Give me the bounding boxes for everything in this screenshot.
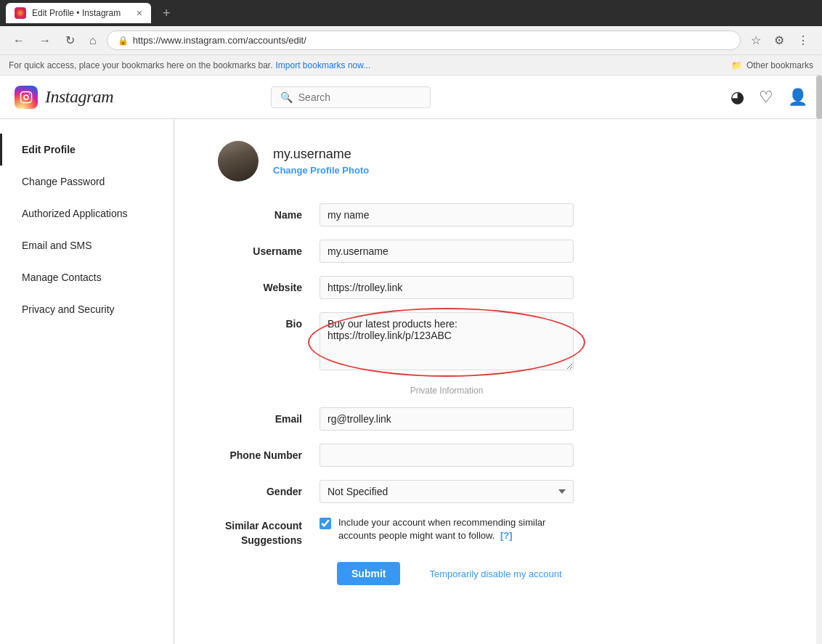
- ig-search-container: 🔍: [271, 86, 431, 108]
- profile-icon[interactable]: 👤: [788, 88, 807, 107]
- tab-close-button[interactable]: ×: [137, 7, 142, 19]
- new-tab-button[interactable]: +: [157, 6, 176, 21]
- instagram-app: Instagram 🔍 ◕ ♡ 👤 Edit Profile Change Pa…: [0, 76, 822, 644]
- profile-username: my.username: [273, 147, 369, 162]
- gender-label: Gender: [218, 480, 320, 497]
- submit-button[interactable]: Submit: [337, 562, 400, 585]
- similar-accounts-checkbox-wrap: Include your account when recommending s…: [320, 516, 574, 542]
- instagram-icon: [15, 86, 38, 109]
- phone-row: Phone Number: [218, 444, 778, 467]
- similar-accounts-checkbox[interactable]: [320, 518, 331, 529]
- home-button[interactable]: ⌂: [85, 31, 101, 50]
- sidebar-item-manage-contacts[interactable]: Manage Contacts: [0, 261, 174, 293]
- bio-input[interactable]: Buy our latest products here: https://tr…: [320, 312, 574, 370]
- sidebar-item-authorized-apps[interactable]: Authorized Applications: [0, 197, 174, 229]
- website-input[interactable]: [320, 276, 574, 299]
- name-input[interactable]: [320, 203, 574, 227]
- lock-icon: 🔒: [118, 36, 129, 46]
- tab-favicon: [15, 7, 26, 19]
- ig-logo-text: Instagram: [45, 87, 113, 107]
- username-row: Username: [218, 240, 778, 263]
- avatar-image: [218, 141, 259, 182]
- bookmarks-bar: For quick access, place your bookmarks h…: [0, 55, 822, 76]
- ig-main: Edit Profile Change Password Authorized …: [0, 119, 822, 644]
- name-row: Name: [218, 203, 778, 227]
- phone-label: Phone Number: [218, 444, 320, 461]
- other-bookmarks-label: Other bookmarks: [746, 60, 813, 70]
- change-photo-link[interactable]: Change Profile Photo: [273, 165, 369, 176]
- forward-button[interactable]: →: [35, 31, 55, 50]
- address-bar[interactable]: 🔒 https://www.instagram.com/accounts/edi…: [107, 30, 741, 50]
- url-text: https://www.instagram.com/accounts/edit/: [133, 35, 306, 46]
- reload-button[interactable]: ↻: [61, 30, 79, 50]
- gender-row: Gender Not Specified Male Female Prefer …: [218, 480, 778, 503]
- bookmarks-folder-icon: 📁: [731, 60, 742, 70]
- bio-row: Bio Buy our latest products here: https:…: [218, 312, 778, 372]
- back-button[interactable]: ←: [9, 31, 29, 50]
- toolbar-actions: ☆ ⚙ ⋮: [746, 30, 813, 50]
- extensions-button[interactable]: ⚙: [770, 30, 789, 50]
- ig-sidebar: Edit Profile Change Password Authorized …: [0, 119, 174, 644]
- svg-rect-0: [21, 91, 32, 102]
- sidebar-item-edit-profile[interactable]: Edit Profile: [0, 134, 174, 166]
- email-label: Email: [218, 407, 320, 425]
- bio-wrapper: Buy our latest products here: https://tr…: [320, 312, 574, 372]
- similar-accounts-row: Similar Account Suggestions Include your…: [218, 516, 778, 547]
- svg-point-2: [29, 93, 30, 94]
- private-info-label: Private Information: [320, 386, 574, 396]
- bookmarks-right: 📁 Other bookmarks: [731, 60, 813, 70]
- tab-title: Edit Profile • Instagram: [32, 8, 121, 18]
- gender-select[interactable]: Not Specified Male Female Prefer not to …: [320, 480, 574, 503]
- menu-button[interactable]: ⋮: [793, 30, 813, 50]
- sidebar-item-privacy-security[interactable]: Privacy and Security: [0, 293, 174, 325]
- ig-content: my.username Change Profile Photo Name Us…: [174, 119, 822, 644]
- scrollbar-thumb[interactable]: [816, 76, 822, 119]
- disable-account-link[interactable]: Temporarily disable my account: [429, 568, 561, 579]
- svg-point-1: [24, 95, 28, 99]
- bookmark-star-button[interactable]: ☆: [746, 30, 765, 50]
- similar-accounts-label: Similar Account Suggestions: [218, 516, 320, 547]
- browser-titlebar: Edit Profile • Instagram × +: [0, 0, 822, 26]
- sidebar-item-email-sms[interactable]: Email and SMS: [0, 229, 174, 261]
- search-input[interactable]: [298, 91, 421, 103]
- username-label: Username: [218, 240, 320, 257]
- avatar: [218, 141, 259, 182]
- bio-label: Bio: [218, 312, 320, 330]
- name-label: Name: [218, 203, 320, 221]
- similar-accounts-help-link[interactable]: [?]: [500, 530, 513, 541]
- website-row: Website: [218, 276, 778, 299]
- ig-logo-container: Instagram: [15, 86, 113, 109]
- browser-tab[interactable]: Edit Profile • Instagram ×: [6, 3, 151, 23]
- email-row: Email: [218, 407, 778, 431]
- sidebar-item-change-password[interactable]: Change Password: [0, 166, 174, 197]
- similar-accounts-content: Include your account when recommending s…: [320, 516, 574, 542]
- import-bookmarks-link[interactable]: Import bookmarks now...: [276, 60, 371, 70]
- compass-icon[interactable]: ◕: [731, 88, 744, 107]
- browser-toolbar: ← → ↻ ⌂ 🔒 https://www.instagram.com/acco…: [0, 26, 822, 55]
- profile-info: my.username Change Profile Photo: [273, 147, 369, 176]
- profile-header: my.username Change Profile Photo: [218, 141, 778, 182]
- heart-icon[interactable]: ♡: [759, 88, 773, 107]
- similar-accounts-text: Include your account when recommending s…: [338, 516, 574, 542]
- ig-header: Instagram 🔍 ◕ ♡ 👤: [0, 76, 822, 119]
- email-input[interactable]: [320, 407, 574, 431]
- phone-input[interactable]: [320, 444, 574, 467]
- scrollbar-track: [816, 76, 822, 644]
- website-label: Website: [218, 276, 320, 293]
- ig-nav-icons: ◕ ♡ 👤: [731, 88, 807, 107]
- username-input[interactable]: [320, 240, 574, 263]
- search-icon: 🔍: [280, 91, 293, 103]
- bookmarks-prompt: For quick access, place your bookmarks h…: [9, 60, 273, 70]
- submit-row: Submit Temporarily disable my account: [337, 562, 778, 585]
